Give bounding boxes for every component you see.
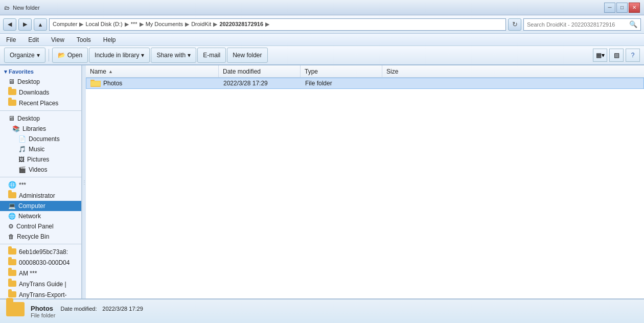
maximize-button[interactable]: □ xyxy=(616,3,628,13)
sidebar-label-folder1: 6eb1de95bc73a8: xyxy=(19,248,68,256)
sidebar-item-desktop[interactable]: 🖥 Desktop xyxy=(0,76,81,87)
sidebar-label-recycle: Recycle Bin xyxy=(17,233,49,240)
sidebar-label-recent: Recent Places xyxy=(19,100,58,107)
column-size[interactable]: Size xyxy=(382,65,644,77)
sidebar-item-folder1[interactable]: 6eb1de95bc73a8: xyxy=(0,246,81,257)
sidebar-item-libraries[interactable]: 📚 Libraries xyxy=(0,124,81,134)
sidebar-item-folder5[interactable]: AnyTrans-Export- xyxy=(0,289,81,298)
views-chevron-icon: ▾ xyxy=(602,52,605,59)
views-icon: ▦ xyxy=(596,52,602,59)
sort-arrow-icon: ▲ xyxy=(108,69,113,74)
desktop-icon: 🖥 xyxy=(8,78,15,85)
minimize-button[interactable]: ─ xyxy=(604,3,615,13)
address-box[interactable]: Computer ▶ Local Disk (D:) ▶ *** ▶ My Do… xyxy=(49,18,506,31)
file-area: Name ▲ Date modified Type Size xyxy=(86,65,644,298)
documents-icon: 📄 xyxy=(18,135,26,143)
folder4-icon xyxy=(8,280,16,288)
favorites-header[interactable]: ▾ Favorites xyxy=(0,65,81,76)
organize-button[interactable]: Organize ▾ xyxy=(4,48,45,63)
status-bar: Photos Date modified: 2022/3/28 17:29 Fi… xyxy=(0,298,644,323)
recent-icon xyxy=(8,99,16,107)
status-folder-icon xyxy=(6,302,25,320)
sidebar-item-administrator[interactable]: Administrator xyxy=(0,190,81,201)
sidebar-item-network[interactable]: 🌐 Network xyxy=(0,211,81,221)
sidebar-item-computer[interactable]: 💻 Computer xyxy=(0,201,81,211)
search-input[interactable] xyxy=(527,21,629,28)
menu-edit[interactable]: Edit xyxy=(26,35,41,44)
file-name: Photos xyxy=(103,80,122,87)
breadcrumb: Computer ▶ Local Disk (D:) ▶ *** ▶ My Do… xyxy=(53,21,270,28)
favorites-collapse-icon: ▾ xyxy=(4,68,9,75)
close-button[interactable]: ✕ xyxy=(629,3,640,13)
sidebar-item-folder3[interactable]: AM *** xyxy=(0,268,81,279)
sidebar-item-folder2[interactable]: 00008030-000D04 xyxy=(0,257,81,268)
back-button[interactable]: ◀ xyxy=(3,18,16,31)
sidebar-label-desktop: Desktop xyxy=(17,78,40,85)
address-bar-area: ◀ ▶ ▲ Computer ▶ Local Disk (D:) ▶ *** ▶… xyxy=(0,15,644,34)
menu-tools[interactable]: Tools xyxy=(75,35,93,44)
sidebar-label-controlpanel: Control Panel xyxy=(16,223,54,230)
view-menu-button[interactable]: ▦▾ xyxy=(593,49,607,62)
column-date-label: Date modified xyxy=(223,68,261,75)
sidebar-label-pictures: Pictures xyxy=(27,156,49,163)
menu-file[interactable]: File xyxy=(4,35,18,44)
file-folder-icon xyxy=(90,79,101,88)
include-library-button[interactable]: Include in library ▾ xyxy=(89,48,150,63)
new-folder-label: New folder xyxy=(233,52,262,59)
folder5-icon xyxy=(8,291,16,298)
column-type[interactable]: Type xyxy=(301,65,382,77)
sidebar-item-controlpanel[interactable]: ⚙ Control Panel xyxy=(0,221,81,232)
refresh-button[interactable]: ↻ xyxy=(508,18,521,31)
sidebar-item-recent[interactable]: Recent Places xyxy=(0,98,81,108)
recycle-icon: 🗑 xyxy=(8,233,14,240)
sidebar-item-music[interactable]: 🎵 Music xyxy=(0,144,81,154)
desktop2-icon: 🖥 xyxy=(8,114,15,122)
status-folder-shape xyxy=(6,302,25,316)
menu-bar: File Edit View Tools Help xyxy=(0,34,644,46)
help-button[interactable]: ? xyxy=(626,49,640,62)
open-button[interactable]: 📂 Open xyxy=(52,48,88,63)
column-name-label: Name xyxy=(90,68,106,75)
open-label: Open xyxy=(67,52,82,59)
share-with-button[interactable]: Share with ▾ xyxy=(151,48,196,63)
sidebar-label-downloads: Downloads xyxy=(19,89,49,96)
sidebar: ▾ Favorites 🖥 Desktop Downloads Recent P… xyxy=(0,65,82,298)
up-button[interactable]: ▲ xyxy=(34,18,47,31)
sidebar-item-homegroup[interactable]: 🌐 *** xyxy=(0,179,81,190)
folder1-icon xyxy=(8,248,16,256)
status-name-value: Photos xyxy=(31,305,53,312)
forward-button[interactable]: ▶ xyxy=(18,18,32,31)
column-size-label: Size xyxy=(386,68,398,75)
status-type-value: File folder xyxy=(31,312,143,318)
help-icon: ? xyxy=(631,52,635,59)
sidebar-item-downloads[interactable]: Downloads xyxy=(0,87,81,98)
administrator-icon xyxy=(8,192,16,199)
title-bar: 🗁 New folder ─ □ ✕ xyxy=(0,0,644,15)
folder2-icon xyxy=(8,259,16,266)
new-folder-button[interactable]: New folder xyxy=(227,48,267,63)
sidebar-item-recycle[interactable]: 🗑 Recycle Bin xyxy=(0,232,81,242)
sidebar-resize-handle[interactable]: ⋮ xyxy=(82,65,86,298)
column-date[interactable]: Date modified xyxy=(219,65,301,77)
pane-button[interactable]: ▧ xyxy=(609,49,624,62)
window-icon: 🗁 xyxy=(4,5,10,11)
sidebar-label-documents: Documents xyxy=(29,135,60,143)
sidebar-item-pictures[interactable]: 🖼 Pictures xyxy=(0,154,81,165)
computer-icon: 💻 xyxy=(8,202,16,210)
search-icon[interactable]: 🔍 xyxy=(629,20,637,28)
sidebar-item-documents[interactable]: 📄 Documents xyxy=(0,134,81,144)
column-type-label: Type xyxy=(305,68,318,75)
email-button[interactable]: E-mail xyxy=(197,48,226,63)
table-row[interactable]: Photos 2022/3/28 17:29 File folder xyxy=(86,78,644,89)
column-name[interactable]: Name ▲ xyxy=(86,65,219,77)
menu-help[interactable]: Help xyxy=(101,35,118,44)
sidebar-item-desktop2[interactable]: 🖥 Desktop xyxy=(0,113,81,124)
include-chevron-icon: ▾ xyxy=(141,52,144,59)
file-cell-name: Photos xyxy=(86,79,219,88)
sidebar-label-administrator: Administrator xyxy=(19,192,55,199)
downloads-icon xyxy=(8,88,16,96)
sidebar-item-folder4[interactable]: AnyTrans Guide | xyxy=(0,279,81,289)
sidebar-item-videos[interactable]: 🎬 Videos xyxy=(0,165,81,175)
menu-view[interactable]: View xyxy=(49,35,66,44)
search-box[interactable]: 🔍 xyxy=(523,18,641,31)
